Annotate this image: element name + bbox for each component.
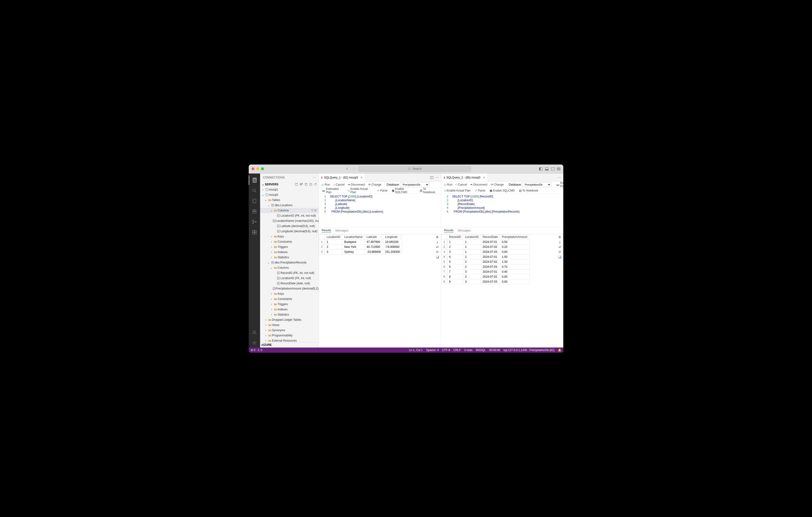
estimated-plan-button-2[interactable]: ᚄEstimated Plan	[555, 181, 563, 188]
tree-item[interactable]: ⌄dbo.Locations	[260, 203, 319, 208]
server-icon[interactable]	[304, 183, 308, 186]
activity-source-control[interactable]	[249, 217, 260, 226]
tree-item[interactable]: Latitude (decimal(9,6), null)	[260, 223, 319, 229]
run-button[interactable]: ▷Run	[443, 183, 454, 187]
parse-button[interactable]: ✓Parse	[376, 188, 389, 193]
tree-item[interactable]: RecordID (PK, int, not null)	[260, 270, 319, 276]
nav-back-button[interactable]	[344, 166, 350, 172]
more-actions-icon[interactable]: ⋯	[436, 176, 439, 179]
tree-item[interactable]: ›Indexes	[260, 307, 319, 312]
new-connection-icon[interactable]	[294, 183, 299, 186]
status-encoding[interactable]: UTF-8	[442, 348, 450, 352]
tree-item[interactable]: ›Constraints	[260, 296, 319, 302]
tree-item[interactable]: LocationID (FK, int, null)	[260, 276, 319, 281]
status-rows[interactable]: 3 rows	[464, 348, 472, 352]
status-spaces[interactable]: Spaces: 4	[426, 348, 439, 352]
cancel-button[interactable]: □Cancel	[332, 183, 346, 187]
tree-item[interactable]: ›Views	[260, 323, 319, 328]
disconnect-button[interactable]: ⚮Disconnect	[347, 183, 366, 187]
save-json-icon[interactable]: ⇄	[558, 245, 561, 249]
tab-close-icon[interactable]: ✕	[483, 176, 485, 179]
collapse-icon[interactable]	[309, 183, 313, 186]
sqlcmd-button[interactable]: ▣Enable SQLCMD	[488, 188, 516, 193]
save-excel-icon[interactable]: ⤓	[558, 240, 561, 244]
tree-item[interactable]: ›Statistics	[260, 312, 319, 317]
actual-plan-button[interactable]: □Enable Actual Plan	[347, 187, 374, 194]
tree-item[interactable]: ›mssql1	[260, 187, 319, 192]
tree-item[interactable]: LocationName (nvarchar(100), null)	[260, 218, 319, 223]
tree-item[interactable]: ›Keys	[260, 234, 319, 239]
cancel-button[interactable]: □Cancel	[455, 183, 468, 187]
activity-settings[interactable]	[249, 338, 260, 347]
filter-icon[interactable]: ▽	[311, 209, 313, 212]
azure-section-header[interactable]: ›AZURE	[260, 342, 319, 347]
tree-item[interactable]: ›Synonyms	[260, 328, 319, 333]
save-json-icon[interactable]: ⇄	[436, 245, 439, 249]
new-group-icon[interactable]	[299, 183, 303, 186]
code-editor-1[interactable]: 12345 SELECT TOP (1000) [LocationID] ,[L…	[319, 194, 441, 227]
chart-icon[interactable]: ⟳	[436, 250, 439, 254]
status-language[interactable]: MSSQL	[476, 348, 486, 352]
split-editor-icon[interactable]	[430, 176, 433, 179]
save-csv-icon[interactable]: 🗎	[436, 235, 439, 239]
tab-sqlquery2[interactable]: ▮ SQLQuery_2 - (66) mssql3 ✕	[441, 174, 488, 182]
activity-connections[interactable]	[249, 175, 260, 185]
tree-item[interactable]: RecordDate (date, null)	[260, 281, 319, 286]
change-connection-button[interactable]: ⟳Change	[490, 183, 505, 187]
activity-notebooks[interactable]	[249, 196, 260, 206]
minimize-window-button[interactable]	[256, 168, 259, 170]
activity-search[interactable]	[249, 186, 260, 195]
tree-item[interactable]: ›Constraints	[260, 239, 319, 244]
tree-item[interactable]: ⌄Columns	[260, 265, 319, 270]
sidebar-more-icon[interactable]: ⋯	[313, 176, 316, 179]
results-grid-2[interactable]: RecordID⌄LocationID⌄RecordDate⌄Precipita…	[441, 234, 556, 347]
messages-tab[interactable]: Messages	[336, 229, 348, 233]
messages-tab[interactable]: Messages	[458, 229, 471, 233]
tab-close-icon[interactable]: ✕	[360, 176, 362, 179]
refresh-icon[interactable]: ↻	[314, 209, 317, 212]
tree-item[interactable]: ›External Resources	[260, 338, 319, 342]
tree-item[interactable]: ›Dropped Ledger Tables	[260, 317, 319, 323]
tree-item[interactable]: ›Indexes	[260, 249, 319, 255]
search-input[interactable]: Search	[359, 166, 471, 172]
status-connection[interactable]: tcp:127.0.0.1,1435 : PrecipitationDb (62…	[503, 348, 554, 352]
activity-account[interactable]	[249, 328, 260, 337]
panel-bottom-icon[interactable]	[545, 167, 549, 171]
status-warnings[interactable]: ⚠ 0	[257, 348, 262, 352]
visualize-icon[interactable]: 📊	[558, 255, 562, 259]
save-csv-icon[interactable]: 🗎	[558, 235, 561, 239]
database-dropdown[interactable]: PrecipitationDb	[401, 182, 429, 187]
tree-item[interactable]: ⌄Columns▽↻	[260, 208, 319, 213]
save-excel-icon[interactable]: ⤓	[436, 240, 439, 244]
more-actions-icon[interactable]: ⋯	[558, 176, 561, 179]
tree-item[interactable]: Longitude (decimal(9,6), null)	[260, 229, 319, 234]
activity-explorer[interactable]	[249, 207, 260, 216]
status-lncol[interactable]: Ln 1, Col 1	[409, 348, 423, 352]
disconnect-button[interactable]: ⚮Disconnect	[469, 183, 488, 187]
refresh-icon[interactable]	[313, 183, 318, 186]
status-bell-icon[interactable]: 🔔	[558, 348, 561, 352]
results-tab[interactable]: Results	[444, 229, 454, 233]
layout-icon[interactable]	[557, 167, 560, 171]
to-notebook-button[interactable]: ▤To Notebook	[518, 188, 539, 193]
tree-item[interactable]: ›Statistics	[260, 255, 319, 260]
status-eol[interactable]: CRLF	[453, 348, 461, 352]
tab-sqlquery1[interactable]: ▮ SQLQuery_1 - (62) mssql3 ✕	[319, 174, 365, 182]
maximize-window-button[interactable]	[261, 168, 264, 170]
tree-item[interactable]: PrecipitationAmount (decimal(5,2), null)	[260, 286, 319, 291]
code-editor-2[interactable]: 12345 SELECT TOP (1000) [RecordID] ,[Loc…	[441, 194, 563, 227]
activity-extensions[interactable]	[249, 227, 260, 237]
nav-forward-button[interactable]	[351, 166, 357, 172]
tree-item[interactable]: ›Triggers	[260, 244, 319, 249]
results-tab[interactable]: Results	[322, 229, 331, 233]
sqlcmd-button[interactable]: ▣Enable SQLCMD	[390, 187, 417, 194]
close-window-button[interactable]	[252, 168, 254, 170]
actual-plan-button[interactable]: □Enable Actual Plan	[443, 188, 472, 193]
parse-button[interactable]: ✓Parse	[474, 188, 487, 193]
chart-icon[interactable]: ⟳	[558, 250, 561, 254]
visualize-icon[interactable]: 📊	[436, 255, 439, 259]
servers-section-header[interactable]: ⌄SERVERS	[260, 182, 319, 187]
to-notebook-button[interactable]: ▤To Notebook	[418, 187, 439, 194]
panel-right-icon[interactable]	[551, 167, 554, 171]
run-button[interactable]: ▷Run	[321, 183, 331, 187]
